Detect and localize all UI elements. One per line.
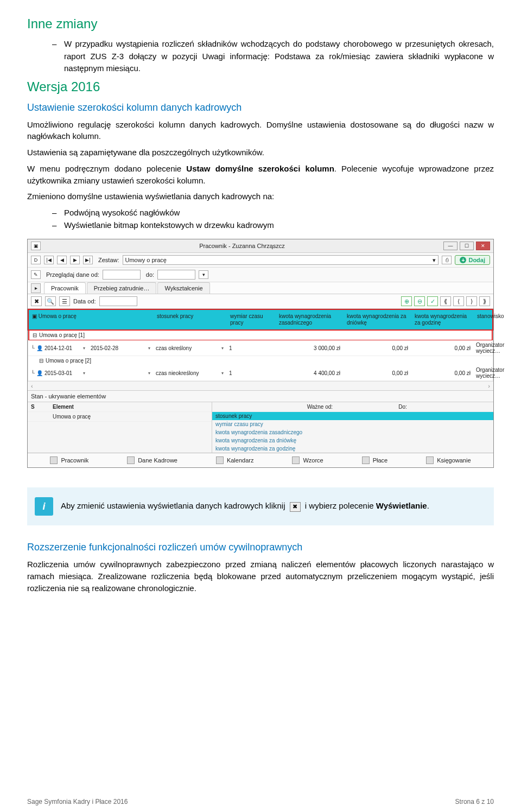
right-col-do: Do: [398, 404, 490, 410]
col-dniowka: kwota wynagrodzenia za dniówkę [344, 310, 411, 329]
window-title: Pracownik - Zuzanna Chrząszcz [41, 243, 443, 249]
toolbar-icon[interactable]: ⎙ [442, 256, 452, 264]
list-item[interactable]: kwota wynagrodzenia za godzinę [212, 445, 493, 453]
data-grid: ▣ Umowa o pracę stosunek pracy wymiar cz… [28, 309, 493, 390]
col-stosunek: stosunek pracy [154, 310, 227, 329]
subheading-rozszerzenie: Rozszerzenie funkcjonalności rozliczeń u… [27, 542, 494, 553]
maximize-button[interactable]: ☐ [460, 242, 474, 250]
footer-left: Sage Symfonia Kadry i Płace 2016 [27, 798, 128, 805]
col-godzina: kwota wynagrodzenia za godzinę [411, 310, 474, 329]
tab-pracownik[interactable]: Pracownik [44, 282, 86, 294]
state-panel: S Element Umowa o pracę Ważne od: Do: st… [28, 402, 493, 453]
toolbar-browse: ✎ Przeglądaj dane od: do: ▾ [28, 268, 493, 282]
tree-group-1[interactable]: ⊟ Umowa o pracę [1] [28, 331, 493, 340]
bottom-nav-wzorce[interactable]: Wzorce [292, 456, 323, 464]
bullet-item: Wyświetlanie bitmap kontekstowych w drze… [52, 219, 494, 232]
tab-wyksztalcenie[interactable]: Wykształcenie [157, 282, 209, 294]
bottom-nav: Pracownik Dane Kadrowe Kalendarz Wzorce … [28, 453, 493, 467]
tool-wrench-icon: ✖ [290, 502, 301, 512]
zestaw-select[interactable]: Umowy o pracę ▾ [123, 255, 439, 265]
para-3: W menu podręcznym dodano polecenie Ustaw… [27, 163, 494, 187]
page-footer: Sage Symfonia Kadry i Płace 2016 Strona … [27, 798, 494, 805]
tabbar: ▸ Pracownik Przebieg zatrudnie… Wykształ… [28, 282, 493, 294]
data-od-label: Data od: [73, 298, 96, 304]
list-item[interactable]: wymiar czasu pracy [212, 420, 493, 428]
subheading-ustawienie: Ustawienie szerokości kolumn danych kadr… [27, 102, 494, 113]
minimize-button[interactable]: — [443, 242, 458, 250]
bottom-nav-place[interactable]: Płace [362, 456, 388, 464]
browse-label: Przeglądaj dane od: [46, 271, 99, 278]
col-stanowisko: stanowisko [474, 310, 507, 329]
people-icon [292, 456, 300, 464]
state-row[interactable]: Umowa o pracę [28, 412, 212, 422]
page-last-icon[interactable]: ⟫ [479, 296, 490, 306]
heading-wersja: Wersja 2016 [27, 79, 494, 94]
info-box: i Aby zmienić ustawienia wyświetlania da… [27, 487, 494, 525]
bullet-list-2: Podwójną wysokość nagłówków Wyświetlanie… [27, 207, 494, 231]
bullet-item: W przypadku wystąpienia rozliczeń składn… [52, 38, 494, 75]
table-row[interactable]: └ 👤2014-12-01▾ 2015-02-28▾ czas określon… [28, 340, 493, 356]
add-label: Dodaj [468, 257, 485, 263]
col-wymiar: wymiar czasu pracy [227, 310, 276, 329]
folder-icon [127, 456, 135, 464]
book-icon [426, 456, 434, 464]
close-button[interactable]: ✕ [476, 242, 490, 250]
bottom-nav-ksiegowanie[interactable]: Księgowanie [426, 456, 471, 464]
do-label: do: [146, 271, 154, 278]
data-od-input[interactable] [99, 296, 137, 306]
para-3-a: W menu podręcznym dodano polecenie [27, 164, 186, 173]
arrow-right-icon[interactable]: ▸ [31, 283, 41, 293]
page-prev-icon[interactable]: ⟨ [453, 296, 464, 306]
zestaw-label: Zestaw: [98, 257, 119, 263]
nav-letter[interactable]: D [31, 256, 41, 264]
footer-right: Strona 6 z 10 [455, 798, 494, 805]
chevron-down-icon: ▾ [433, 257, 436, 264]
bottom-nav-pracownik[interactable]: Pracownik [50, 456, 88, 464]
nav-last-icon[interactable]: ▶| [83, 256, 93, 264]
bottom-nav-kalendarz[interactable]: Kalendarz [216, 456, 254, 464]
minus-small-icon[interactable]: ⊖ [414, 296, 425, 306]
nav-first-icon[interactable]: |◀ [44, 256, 54, 264]
search-icon[interactable]: 🔍 [45, 296, 56, 306]
table-row[interactable]: └ 👤2015-03-01▾ ▾ czas nieokreślony▾ 1 4 … [28, 365, 493, 381]
list-item[interactable]: stosunek pracy [212, 412, 493, 420]
zestaw-value: Umowy o pracę [125, 257, 167, 263]
tool-wrench-icon[interactable]: ✖ [31, 296, 42, 306]
money-icon [362, 456, 370, 464]
page-first-icon[interactable]: ⟪ [440, 296, 451, 306]
list-item[interactable]: kwota wynagrodzenia zasadniczego [212, 428, 493, 436]
browse-to-input[interactable] [157, 270, 195, 280]
bullet-item: Podwójną wysokość nagłówków [52, 207, 494, 219]
person-icon [50, 456, 58, 464]
right-col-od: Ważne od: [307, 404, 399, 410]
para-1: Umożliwiono regulację szerokości kolumn … [27, 119, 494, 143]
tab-przebieg[interactable]: Przebieg zatrudnie… [87, 282, 157, 294]
nav-next-icon[interactable]: ▶ [70, 256, 80, 264]
tree-group-2[interactable]: ⊟ Umowa o pracę [2] [28, 356, 493, 365]
page-next-icon[interactable]: ⟩ [466, 296, 477, 306]
bottom-nav-kadrowe[interactable]: Dane Kadrowe [127, 456, 177, 464]
info-icon: i [35, 497, 53, 516]
para-5: Rozliczenia umów cywilnoprawnych zabezpi… [27, 559, 494, 594]
state-header: Stan - ukrywanie elementów [28, 390, 493, 402]
nav-prev-icon[interactable]: ◀ [57, 256, 67, 264]
app-window: ▣ Pracownik - Zuzanna Chrząszcz — ☐ ✕ D … [27, 239, 494, 468]
browse-from-input[interactable] [103, 270, 141, 280]
app-icon: ▣ [31, 242, 41, 250]
h-scrollbar[interactable]: ‹› [28, 382, 493, 390]
plus-icon: + [460, 257, 466, 263]
para-3-bold: Ustaw domyślne szerokości kolumn [186, 164, 334, 173]
chevron-down-icon[interactable]: ▾ [199, 270, 208, 279]
state-col-s: S [31, 404, 53, 410]
col-umowa: ▣ Umowa o pracę [29, 310, 154, 329]
edit-icon[interactable]: ✎ [31, 270, 41, 279]
list-icon[interactable]: ☰ [59, 296, 70, 306]
plus-small-icon[interactable]: ⊕ [401, 296, 412, 306]
check-icon[interactable]: ✓ [427, 296, 438, 306]
add-button[interactable]: + Dodaj [455, 255, 490, 265]
para-2: Ustawienia są zapamiętywane dla poszczeg… [27, 147, 494, 158]
col-zasadnicze: kwota wynagrodzenia zasadniczego [276, 310, 344, 329]
state-col-element: Element [53, 404, 208, 410]
list-item[interactable]: kwota wynagrodzenia za dniówkę [212, 436, 493, 445]
right-col-blank [215, 404, 307, 410]
